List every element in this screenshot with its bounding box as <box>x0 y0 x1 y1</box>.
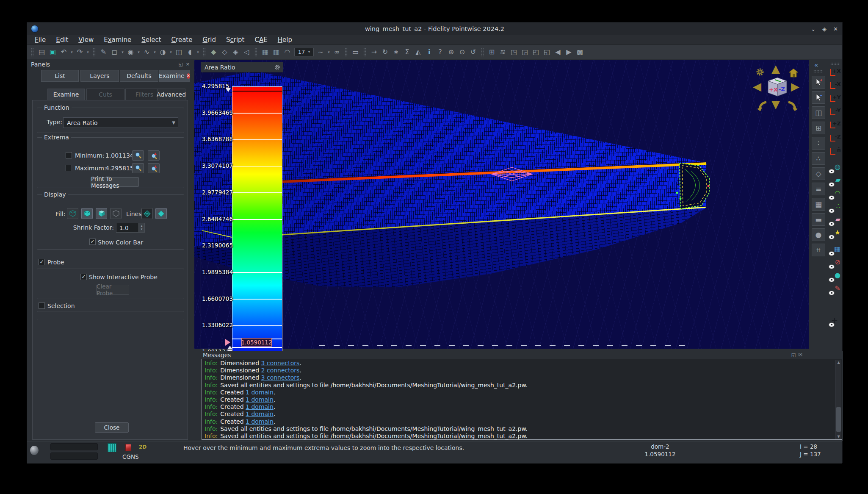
smooth-diamond-icon[interactable]: ◇ <box>219 47 230 57</box>
fill-none-button[interactable] <box>67 208 78 219</box>
rotate-up-arrow[interactable]: ▲ <box>771 63 780 74</box>
maximize-icon[interactable]: ◈ <box>822 26 827 32</box>
title-bar[interactable]: wing_mesh_tut_a2 - Fidelity Pointwise 20… <box>27 22 842 35</box>
probe-checkbox[interactable] <box>39 259 45 265</box>
message-link[interactable]: 1 domain <box>246 418 274 425</box>
sphere-icon[interactable]: ● <box>812 228 825 241</box>
probe-marker-icon[interactable] <box>225 339 230 346</box>
mesh-sphere-icon[interactable]: ◉ <box>125 47 136 57</box>
interactive-probe-glyph[interactable] <box>491 167 533 182</box>
menu-select[interactable]: Select <box>136 35 166 45</box>
max-marker-icon[interactable] <box>226 88 231 92</box>
layout-icon[interactable]: ◫ <box>174 47 184 57</box>
fill-shaded-button[interactable] <box>96 208 107 219</box>
probe-tool-icon[interactable]: ✎ <box>98 47 109 57</box>
menu-cae[interactable]: CAE <box>249 35 272 45</box>
dropdown-arrow-icon[interactable]: ▾ <box>69 50 74 54</box>
home-view-icon[interactable] <box>788 68 799 78</box>
collapse-toolbar-icon[interactable]: « <box>814 61 818 69</box>
show-interactive-probe-checkbox[interactable] <box>80 274 87 280</box>
dropdown-arrow-icon[interactable]: ▾ <box>196 50 200 54</box>
show-database-eye-icon[interactable]: ◍ <box>829 162 840 174</box>
tab-layers[interactable]: Layers <box>80 70 119 82</box>
diamond-icon[interactable]: ◇ <box>812 167 825 180</box>
shrink-factor-spinbox[interactable]: 1.0 ▴▾ <box>116 223 145 233</box>
examine-diamond-icon[interactable]: ◈ <box>230 47 241 57</box>
grid-plus-icon[interactable]: ⊞ <box>812 122 825 134</box>
scrollbar-thumb[interactable] <box>836 407 841 432</box>
min-marker-up-icon[interactable] <box>227 346 232 349</box>
lines-mesh-button[interactable] <box>141 208 153 219</box>
menu-script[interactable]: Script <box>221 35 250 45</box>
zoom-to-minimum-button[interactable] <box>132 150 144 161</box>
function-type-combo[interactable]: Area Ratio ▼ <box>63 117 178 128</box>
palette-icon[interactable]: ◑ <box>158 47 168 57</box>
message-link[interactable]: 1 domain <box>246 389 274 396</box>
tab-examine[interactable]: Examine× <box>159 70 190 82</box>
disable-icon[interactable]: ⊘ <box>829 258 840 269</box>
menu-file[interactable]: File <box>30 35 51 45</box>
dropdown-arrow-icon[interactable]: ▾ <box>136 50 141 54</box>
help-icon[interactable]: ? <box>435 47 445 57</box>
lines-solid-button[interactable] <box>155 208 167 219</box>
dropdown-arrow-icon[interactable]: ▾ <box>152 50 157 54</box>
view-minus-x-button[interactable]: -X <box>829 80 841 92</box>
sigma-grid-icon[interactable]: Σ <box>402 47 412 57</box>
trace-icon[interactable]: → <box>369 47 379 57</box>
points-triple-icon[interactable]: ∴ <box>812 152 825 165</box>
show-domains-eye-icon[interactable]: ▰ <box>829 175 840 187</box>
link-icon[interactable]: ~ <box>315 47 326 57</box>
close-messages-icon[interactable]: ☒ <box>798 352 802 358</box>
orient-diamond-icon[interactable]: ◁ <box>241 47 252 57</box>
select-grid-icon[interactable]: ▦ <box>812 198 825 211</box>
points-pair-icon[interactable]: ∶ <box>812 137 825 150</box>
next-box-icon[interactable]: ▶ <box>564 47 574 57</box>
spinner-arrows-icon[interactable]: ▴▾ <box>138 223 144 232</box>
dropdown-arrow-icon[interactable]: ▾ <box>86 50 90 54</box>
grid-cells-icon[interactable]: ▥ <box>271 47 282 57</box>
measure-icon[interactable]: ⌗ <box>812 244 825 256</box>
grid-view-icon[interactable]: ▦ <box>829 244 840 256</box>
paint-roller-icon[interactable]: ▬ <box>812 213 825 226</box>
dropdown-arrow-icon[interactable]: ▾ <box>169 50 173 54</box>
tab-list[interactable]: List <box>41 70 79 82</box>
close-panels-icon[interactable]: × <box>186 61 190 67</box>
zoom-select-icon[interactable]: ⊕ <box>446 47 456 57</box>
tab-defaults[interactable]: Defaults <box>120 70 158 82</box>
connector-dim-icon[interactable]: ◠ <box>282 47 293 57</box>
rotate-right-arrow[interactable]: ▶ <box>791 81 799 92</box>
fan-icon[interactable]: ◭ <box>413 47 423 57</box>
spline-icon[interactable]: ∿ <box>141 47 152 57</box>
menu-edit[interactable]: Edit <box>51 35 73 45</box>
view-plusminus-y-button[interactable]: +Y <box>829 94 841 105</box>
maximum-checkbox[interactable] <box>66 165 72 171</box>
zoom-in-cursor-icon[interactable]: + <box>812 76 825 89</box>
flag-select-icon[interactable]: ⊙ <box>457 47 467 57</box>
show-color-bar-checkbox[interactable] <box>89 239 96 245</box>
message-link[interactable]: 1 domain <box>246 411 274 417</box>
gear-icon[interactable] <box>755 67 765 77</box>
prev-box-icon[interactable]: ◀ <box>553 47 563 57</box>
mask-icon[interactable]: ◖ <box>185 47 195 57</box>
refresh-icon[interactable]: ↺ <box>468 47 478 57</box>
scroll-up-icon[interactable]: ▲ <box>835 360 842 366</box>
rotate-icon[interactable]: ↻ <box>380 47 390 57</box>
show-connectors-eye-icon[interactable]: ◠ <box>829 189 840 200</box>
info-icon[interactable]: ℹ <box>424 47 434 57</box>
new-file-icon[interactable]: ▣ <box>47 47 58 57</box>
crosshair-icon[interactable]: + <box>829 316 840 327</box>
close-button[interactable]: Close <box>95 422 129 433</box>
solve-diamond-icon[interactable]: ◆ <box>208 47 219 57</box>
adapt-icon[interactable]: ∗ <box>391 47 401 57</box>
add-box-icon[interactable]: ◰ <box>531 47 541 57</box>
view-plusminus-x-button[interactable]: +X <box>829 67 841 79</box>
undo-icon[interactable]: ↶ <box>58 47 69 57</box>
message-link[interactable]: 1 domain <box>246 403 274 410</box>
reset-maximum-view-button[interactable] <box>148 163 160 173</box>
colorbar-settings-gear-icon[interactable] <box>274 64 280 70</box>
message-link[interactable]: 1 domain <box>246 396 274 403</box>
menu-view[interactable]: View <box>73 35 99 45</box>
minimum-checkbox[interactable] <box>66 152 72 158</box>
rotate-left-arrow[interactable]: ◀ <box>753 81 761 92</box>
menu-grid[interactable]: Grid <box>197 35 221 45</box>
